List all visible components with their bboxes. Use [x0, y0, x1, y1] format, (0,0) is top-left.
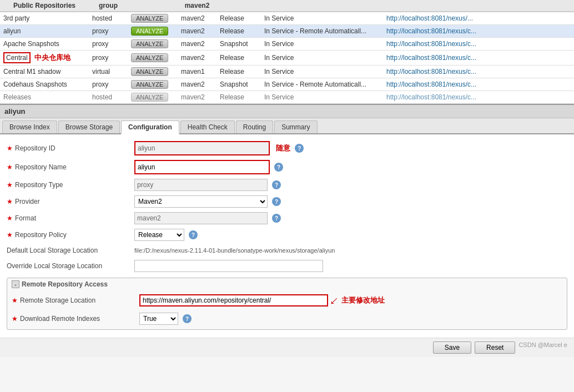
repo-analyze-btn-cell[interactable]: ANALYZE [128, 78, 178, 91]
repo-url-link[interactable]: http://localhost:8081/nexus/c... [386, 68, 476, 76]
repo-url-link[interactable]: http://localhost:8081/nexus/... [386, 14, 473, 22]
tab-browse-storage[interactable]: Browse Storage [58, 120, 120, 133]
override-storage-input[interactable] [134, 260, 323, 272]
remote-storage-label: ★Remote Storage Location [12, 296, 139, 304]
remote-section-title: Remote Repository Access [22, 280, 108, 288]
reset-button[interactable]: Reset [475, 341, 515, 354]
policy-select[interactable]: Release Snapshot [134, 229, 184, 241]
repo-url[interactable]: http://localhost:8081/nexus/... [383, 12, 574, 25]
repo-analyze-btn-cell[interactable]: ANALYZE [128, 91, 178, 104]
analyze-button[interactable]: ANALYZE [131, 53, 168, 62]
repo-url[interactable]: http://localhost:8081/nexus/c... [383, 51, 574, 66]
tab-summary[interactable]: Summary [274, 120, 317, 133]
repo-url[interactable]: http://localhost:8081/nexus/c... [383, 78, 574, 91]
table-row[interactable]: Releases hosted ANALYZE maven2 Release I… [0, 91, 574, 104]
download-indexes-help-icon[interactable]: ? [183, 314, 192, 323]
tab-health-check[interactable]: Health Check [180, 120, 235, 133]
tab-routing[interactable]: Routing [236, 120, 273, 133]
required-star: ★ [7, 231, 13, 239]
download-indexes-select[interactable]: True False [139, 313, 178, 325]
repo-format: maven2 [178, 91, 216, 104]
repo-url[interactable]: http://localhost:8081/nexus/c... [383, 38, 574, 51]
central-name: Central [3, 52, 31, 63]
repo-name-help-icon[interactable]: ? [274, 163, 283, 172]
table-row[interactable]: Central M1 shadow virtual ANALYZE maven1… [0, 66, 574, 78]
repo-policy: Release [216, 12, 261, 25]
repo-format: maven2 [178, 38, 216, 51]
repo-url[interactable]: http://localhost:8081/nexus/c... [383, 66, 574, 78]
repo-url[interactable]: http://localhost:8081/nexus/c... [383, 91, 574, 104]
repo-url[interactable]: http://localhost:8081/nexus/c... [383, 25, 574, 38]
repo-name-input[interactable] [135, 161, 269, 173]
repo-id-input[interactable] [135, 142, 269, 154]
repo-analyze-btn-cell[interactable]: ANALYZE [128, 12, 178, 25]
form-label: ★Format [7, 214, 134, 222]
remote-section: - Remote Repository Access ★Remote Stora… [7, 278, 567, 330]
repo-format: maven2 [178, 78, 216, 91]
format-help-icon[interactable]: ? [272, 214, 281, 223]
repo-type: hosted [89, 12, 128, 25]
analyze-button[interactable]: ANALYZE [131, 14, 168, 23]
form-field-content: ? [134, 160, 283, 174]
repo-policy: Release [216, 51, 261, 66]
repo-name-annotation-box [134, 160, 270, 174]
table-row[interactable]: aliyun proxy ANALYZE maven2 Release In S… [0, 25, 574, 38]
table-row[interactable]: Apache Snapshots proxy ANALYZE maven2 Sn… [0, 38, 574, 51]
save-button[interactable]: Save [433, 341, 471, 354]
required-star: ★ [12, 296, 18, 304]
repo-status: In Service [261, 38, 383, 51]
arrow-annotation: ↓ [327, 293, 343, 308]
format-input [134, 212, 268, 224]
repo-analyze-btn-cell[interactable]: ANALYZE [128, 38, 178, 51]
repo-url-link[interactable]: http://localhost:8081/nexus/c... [386, 81, 476, 88]
tab-browse-index[interactable]: Browse Index [2, 120, 57, 133]
table-row[interactable]: Central 中央仓库地 proxy ANALYZE maven2 Relea… [0, 51, 574, 66]
repo-policy: Release [216, 91, 261, 104]
repo-format: maven1 [178, 66, 216, 78]
analyze-button[interactable]: ANALYZE [131, 93, 168, 102]
repo-id-annotation-box [134, 141, 270, 155]
repo-id-help-icon[interactable]: ? [295, 144, 304, 153]
repo-status: In Service [261, 51, 383, 66]
section-header: Public Repositories [13, 2, 75, 9]
repo-url-link[interactable]: http://localhost:8081/nexus/c... [386, 93, 476, 101]
tab-configuration[interactable]: Configuration [121, 120, 179, 134]
col-header-format: maven2 [178, 0, 216, 12]
remote-storage-content: ↓ 主要修改地址 [139, 293, 385, 308]
detail-title: aliyun [0, 105, 574, 118]
repo-format: maven2 [178, 51, 216, 66]
repo-analyze-btn-cell[interactable]: ANALYZE [128, 25, 178, 38]
provider-select[interactable]: Maven2 [134, 195, 268, 208]
provider-help-icon[interactable]: ? [272, 197, 281, 206]
analyze-button[interactable]: ANALYZE [131, 39, 168, 48]
repo-analyze-btn-cell[interactable]: ANALYZE [128, 51, 178, 66]
repo-name-cell: aliyun [0, 25, 89, 38]
col-header-url [383, 0, 574, 12]
download-indexes-label: ★Download Remote Indexes [12, 315, 139, 323]
required-star: ★ [12, 315, 18, 323]
form-label: ★Repository ID [7, 144, 134, 152]
form-field-content: Maven2 ? [134, 195, 281, 208]
repo-name-cell: Releases [0, 91, 89, 104]
override-storage-label: Override Local Storage Location [7, 262, 134, 270]
collapse-button[interactable]: - [12, 280, 19, 288]
table-row[interactable]: 3rd party hosted ANALYZE maven2 Release … [0, 12, 574, 25]
table-row[interactable]: Codehaus Snapshots proxy ANALYZE maven2 … [0, 78, 574, 91]
repo-status: In Service [261, 12, 383, 25]
repo-analyze-btn-cell[interactable]: ANALYZE [128, 66, 178, 78]
central-annotation: 中央仓库地 [34, 53, 71, 62]
remote-storage-input[interactable] [139, 294, 328, 306]
override-storage-row: Override Local Storage Location [7, 258, 567, 274]
policy-help-icon[interactable]: ? [189, 230, 198, 239]
repo-url-link[interactable]: http://localhost:8081/nexus/c... [386, 40, 476, 48]
repo-url-link[interactable]: http://localhost:8081/nexus/c... [386, 54, 476, 62]
analyze-button[interactable]: ANALYZE [131, 67, 168, 76]
analyze-button[interactable]: ANALYZE [131, 27, 168, 36]
repo-status: In Service - Remote Automaticall... [261, 78, 383, 91]
repo-url-link[interactable]: http://localhost:8081/nexus/c... [386, 27, 476, 35]
repo-type: virtual [89, 66, 128, 78]
col-header-status [261, 0, 383, 12]
analyze-button[interactable]: ANALYZE [131, 80, 168, 89]
repo-type-help-icon[interactable]: ? [272, 180, 281, 189]
footer-buttons: Save Reset CSDN @Marcel e [0, 338, 574, 357]
